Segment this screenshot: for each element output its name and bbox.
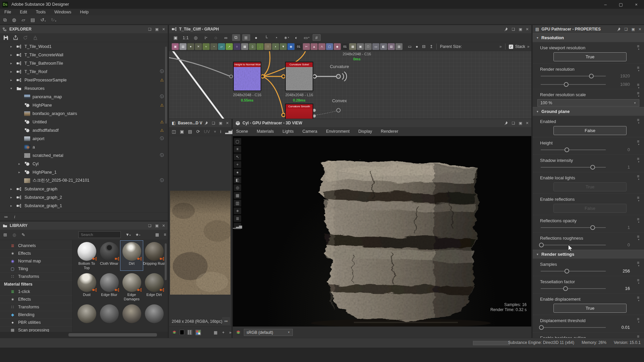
property-menu-icon[interactable]: ≡ bbox=[637, 317, 639, 324]
save-icon[interactable] bbox=[3, 35, 8, 40]
node-shelf-tile[interactable]: ◆ bbox=[334, 43, 341, 50]
add-folder-icon[interactable]: ⊞ bbox=[3, 232, 7, 237]
toolbar-icon[interactable]: ↻ ▾ bbox=[51, 17, 56, 22]
info-icon[interactable]: i bbox=[14, 215, 15, 220]
library-category[interactable]: ▢ Tiling bbox=[0, 265, 72, 273]
property-menu-icon[interactable]: ≡ bbox=[637, 118, 639, 125]
pin-icon[interactable] bbox=[617, 27, 621, 31]
property-value[interactable]: 1 bbox=[603, 225, 630, 230]
library-category[interactable]: ◆ Blending bbox=[0, 311, 72, 319]
material-item[interactable] bbox=[75, 303, 98, 332]
view3d-side-tool[interactable]: ▦ bbox=[234, 192, 241, 199]
library-category[interactable]: ≣ 1-click bbox=[0, 288, 72, 296]
pattern-swatch[interactable] bbox=[187, 330, 192, 335]
node-shelf-tile[interactable]: ◔ bbox=[210, 43, 217, 50]
property-menu-icon[interactable]: ≡ bbox=[637, 157, 639, 164]
view3d-menu-item[interactable]: Lights bbox=[282, 129, 293, 134]
menu-item[interactable]: Windows bbox=[50, 10, 76, 14]
view3d-side-tool[interactable]: ▁▃▅ bbox=[234, 223, 241, 230]
view3d-side-tool[interactable]: ● bbox=[234, 169, 241, 176]
expander-chevron[interactable]: ▸ bbox=[9, 204, 13, 207]
property-toggle-button[interactable]: False bbox=[553, 204, 627, 213]
status-badge[interactable] bbox=[159, 153, 165, 158]
toolbar-icon[interactable]: ↺ ▾ bbox=[40, 17, 46, 22]
explorer-item[interactable]: a bbox=[0, 143, 168, 151]
pin-icon[interactable] bbox=[205, 121, 208, 125]
node-shelf-tile[interactable]: ▢ bbox=[326, 43, 333, 50]
property-menu-icon[interactable]: ≡ bbox=[637, 92, 639, 98]
view2d-bottom-tool[interactable]: + bbox=[222, 330, 224, 335]
property-value[interactable]: 1080 bbox=[603, 82, 630, 87]
property-value[interactable]: 1 bbox=[603, 165, 630, 170]
section-chevron-icon[interactable]: ▾ bbox=[537, 252, 538, 256]
menu-item[interactable]: Tools bbox=[32, 10, 50, 14]
graph-tool[interactable]: ◌ bbox=[212, 34, 220, 41]
menu-item[interactable]: Edit bbox=[15, 10, 32, 14]
property-menu-icon[interactable]: ≡ bbox=[637, 45, 639, 51]
section-chevron-icon[interactable]: ▾ bbox=[537, 36, 538, 40]
node-shelf-tile[interactable]: ▣ bbox=[357, 43, 364, 50]
view3d-menu-item[interactable]: Materials bbox=[257, 129, 274, 134]
node-shelf-tile[interactable]: ▼ bbox=[280, 43, 287, 50]
property-slider[interactable] bbox=[541, 227, 606, 228]
node-shelf-tile[interactable]: ▩ bbox=[349, 43, 356, 50]
grid-view-icon[interactable]: ▦ bbox=[155, 232, 159, 237]
slider-handle[interactable] bbox=[565, 147, 569, 152]
node-shelf-tile[interactable]: A bbox=[318, 43, 325, 50]
graph-tool[interactable]: ▣ bbox=[172, 34, 180, 41]
close-icon[interactable]: × bbox=[226, 120, 229, 126]
material-item[interactable]: Cloth Wear bbox=[98, 241, 120, 270]
library-category[interactable]: ≣ Channels bbox=[0, 242, 72, 250]
library-category[interactable]: ∷ Transforms bbox=[0, 273, 72, 281]
explorer-item[interactable]: ▾ Resources bbox=[0, 84, 168, 93]
property-value[interactable]: 0 bbox=[603, 147, 630, 152]
property-slider[interactable] bbox=[541, 271, 606, 272]
float-icon[interactable]: ❏ bbox=[148, 224, 152, 228]
node-shelf-tile[interactable]: ▤ bbox=[179, 43, 186, 50]
favorites-icon[interactable]: ★+ bbox=[135, 232, 140, 237]
view3d-side-tool[interactable]: ▥ bbox=[234, 200, 241, 206]
explorer-item[interactable]: airport bbox=[0, 134, 168, 143]
slider-handle[interactable] bbox=[590, 165, 595, 170]
library-category[interactable]: ▦ Scan processing bbox=[0, 326, 72, 332]
library-grid-scrollbar[interactable] bbox=[165, 243, 167, 280]
explorer-item[interactable]: ▸ Substance_graph_2 bbox=[0, 193, 168, 201]
node-shelf-tile[interactable]: ≈ bbox=[203, 43, 210, 50]
close-icon[interactable]: × bbox=[639, 26, 641, 32]
expander-chevron[interactable]: ▸ bbox=[17, 162, 21, 166]
stack-checkbox[interactable]: ✓ bbox=[509, 45, 513, 49]
channels-icon[interactable] bbox=[172, 330, 176, 335]
property-toggle-button[interactable]: True bbox=[553, 52, 627, 61]
view2d-tool[interactable]: i bbox=[220, 129, 221, 134]
view2d-tool[interactable]: ◫ bbox=[172, 129, 176, 134]
float-icon[interactable]: ❏ bbox=[512, 27, 515, 32]
close-icon[interactable]: × bbox=[526, 26, 529, 32]
maximize-icon[interactable]: ▣ bbox=[155, 224, 158, 228]
node-shelf-tile[interactable]: ▣ bbox=[172, 43, 179, 50]
shelf-extra-icon[interactable]: ● bbox=[416, 44, 418, 49]
close-icon[interactable]: × bbox=[526, 120, 529, 126]
colorspace-select[interactable]: sRGB (default) ▼ bbox=[244, 329, 293, 336]
property-value[interactable]: 0.01 bbox=[603, 325, 630, 330]
node-shelf-tile[interactable]: ∷ bbox=[264, 43, 271, 50]
node-shelf-tile[interactable]: 01 bbox=[341, 43, 348, 50]
explorer-item[interactable]: ▸ Cyl bbox=[0, 160, 168, 168]
property-menu-icon[interactable]: ≡ bbox=[637, 218, 639, 224]
explorer-item[interactable]: ▸ PixelProcessorSample bbox=[0, 76, 168, 84]
float-icon[interactable]: ❏ bbox=[625, 27, 628, 32]
property-menu-icon[interactable]: ≡ bbox=[637, 175, 639, 181]
node-shelf-tile[interactable]: ▤ bbox=[388, 43, 395, 50]
expander-chevron[interactable]: ▸ bbox=[9, 195, 13, 199]
section-chevron-icon[interactable]: ▾ bbox=[537, 110, 538, 113]
edit-icon[interactable]: ✎ bbox=[21, 232, 25, 237]
slider-handle[interactable] bbox=[564, 82, 569, 87]
maximize-button[interactable]: ▢ bbox=[613, 0, 629, 9]
material-item[interactable] bbox=[120, 303, 143, 332]
explorer-item[interactable]: HighPlane bbox=[0, 101, 168, 109]
explorer-item[interactable]: ▸ T_Tile_Roof bbox=[0, 67, 168, 76]
node-shelf-tile[interactable]: ● bbox=[187, 43, 194, 50]
material-item[interactable]: Dripping Rust bbox=[143, 241, 165, 270]
channels-icon[interactable] bbox=[236, 330, 240, 335]
view2d-tool[interactable]: ▤ bbox=[188, 129, 192, 134]
parent-size-expand[interactable]: » bbox=[499, 44, 502, 49]
